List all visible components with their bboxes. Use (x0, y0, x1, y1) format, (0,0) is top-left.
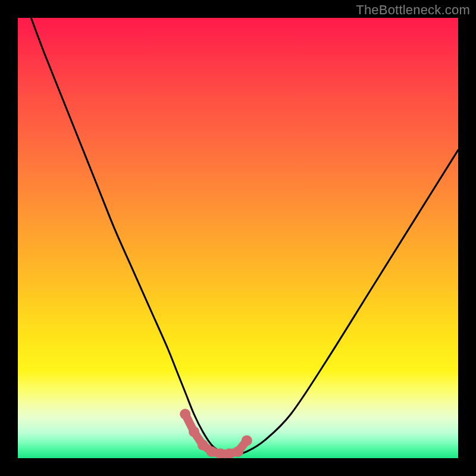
marker-group (180, 409, 252, 458)
plot-area (18, 18, 458, 458)
outer-frame: TheBottleneck.com (0, 0, 476, 476)
marker-dot (189, 427, 199, 437)
marker-dot (233, 446, 243, 457)
marker-dot (242, 435, 252, 446)
marker-dot (180, 409, 190, 419)
marker-dot (198, 440, 208, 450)
chart-svg (18, 18, 458, 458)
watermark-text: TheBottleneck.com (356, 2, 470, 18)
bottleneck-curve (31, 18, 458, 454)
